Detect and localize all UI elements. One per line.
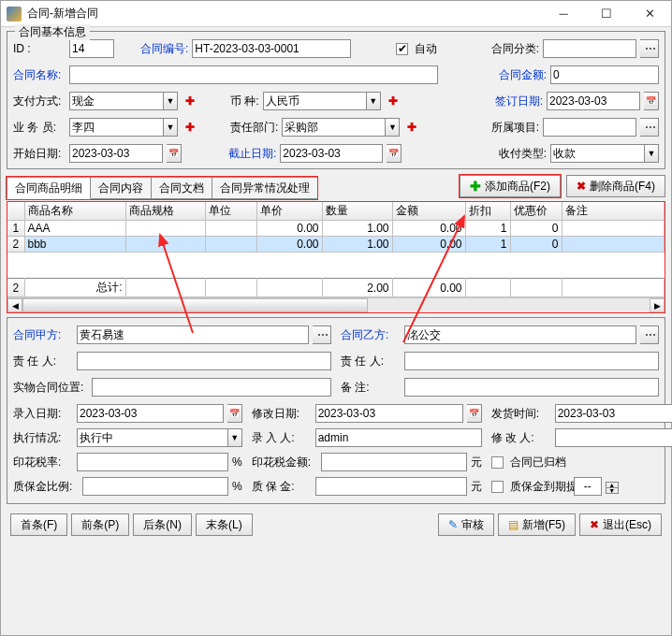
combo-dept[interactable]: ▼ bbox=[282, 118, 400, 137]
label-resp-b: 责 任 人: bbox=[341, 354, 401, 369]
spin-down-icon[interactable]: ▼ bbox=[606, 488, 619, 494]
product-grid[interactable]: 商品名称商品规格 单位单价 数量金额 折扣优惠价 备注 1AAA0.001.00… bbox=[7, 201, 665, 313]
label-deposit-rate: 质保金比例: bbox=[13, 479, 79, 495]
chevron-down-icon[interactable]: ▼ bbox=[644, 144, 659, 163]
maximize-button[interactable]: ☐ bbox=[585, 1, 628, 27]
combo-currency[interactable]: ▼ bbox=[263, 92, 381, 110]
label-start-date: 开始日期: bbox=[13, 146, 66, 162]
label-end-date: 截止日期: bbox=[228, 146, 276, 162]
label-sign-date: 签订日期: bbox=[495, 94, 543, 109]
audit-button[interactable]: ✎ 审核 bbox=[438, 513, 494, 536]
chevron-down-icon[interactable]: ▼ bbox=[163, 118, 178, 137]
label-modify-date: 修改日期: bbox=[252, 406, 312, 422]
input-entered-by[interactable] bbox=[315, 428, 482, 447]
delete-product-button[interactable]: ✖ 删除商品(F4) bbox=[566, 175, 665, 197]
exit-button[interactable]: ✖ 退出(Esc) bbox=[579, 513, 662, 536]
input-modified-by[interactable] bbox=[555, 428, 672, 447]
input-amount[interactable] bbox=[550, 65, 659, 84]
tab-product-detail[interactable]: 合同商品明细 bbox=[7, 177, 91, 199]
label-amount: 合同金额: bbox=[499, 67, 547, 83]
minimize-button[interactable]: ─ bbox=[542, 1, 585, 27]
input-deposit[interactable] bbox=[315, 477, 467, 496]
label-contract-no: 合同编号: bbox=[140, 41, 188, 57]
input-sign-date[interactable] bbox=[547, 92, 640, 110]
calendar-icon[interactable]: 📅 bbox=[387, 144, 402, 163]
checkbox-deposit-remind[interactable] bbox=[491, 481, 504, 493]
input-stamp-rate[interactable] bbox=[77, 453, 228, 471]
input-party-a[interactable] bbox=[77, 325, 309, 344]
grid-footer-row: 2 总计: 2.00 0.00 bbox=[7, 279, 665, 297]
add-dept-icon[interactable]: ✚ bbox=[405, 121, 418, 134]
combo-exec[interactable]: ▼ bbox=[77, 428, 242, 447]
input-name[interactable] bbox=[69, 65, 438, 84]
table-row[interactable]: 2bbb0.001.000.0010 bbox=[7, 237, 665, 253]
chevron-down-icon[interactable]: ▼ bbox=[366, 92, 381, 110]
input-project[interactable] bbox=[543, 118, 636, 137]
add-pay-method-icon[interactable]: ✚ bbox=[183, 94, 197, 108]
calendar-icon[interactable]: 📅 bbox=[644, 92, 659, 110]
label-modified-by: 修 改 人: bbox=[491, 430, 551, 446]
input-category[interactable] bbox=[543, 39, 636, 58]
first-button[interactable]: 首条(F) bbox=[10, 513, 67, 536]
combo-pay-method[interactable]: ▼ bbox=[69, 92, 178, 110]
input-start-date[interactable] bbox=[69, 144, 163, 163]
legend-basic-info: 合同基本信息 bbox=[15, 24, 90, 40]
label-stamp-rate: 印花税率: bbox=[13, 455, 73, 470]
label-staff: 业 务 员: bbox=[13, 120, 66, 136]
label-exec: 执行情况: bbox=[13, 430, 73, 446]
input-resp-a[interactable] bbox=[77, 352, 331, 370]
new-button[interactable]: ▤ 新增(F5) bbox=[498, 513, 576, 536]
lookup-project[interactable]: ⋯ bbox=[640, 118, 659, 137]
input-location[interactable] bbox=[92, 378, 331, 397]
exit-icon: ✖ bbox=[590, 518, 599, 531]
chevron-down-icon[interactable]: ▼ bbox=[227, 428, 242, 447]
lookup-party-b[interactable]: ⋯ bbox=[640, 325, 659, 344]
tab-content[interactable]: 合同内容 bbox=[90, 177, 152, 199]
add-product-button[interactable]: ✚ 添加商品(F2) bbox=[460, 175, 561, 197]
app-icon bbox=[7, 7, 22, 22]
input-deposit-remind[interactable] bbox=[574, 477, 602, 496]
input-id[interactable] bbox=[69, 39, 114, 58]
combo-paytype[interactable]: ▼ bbox=[550, 144, 659, 163]
input-end-date[interactable] bbox=[280, 144, 383, 163]
calendar-icon[interactable]: 📅 bbox=[167, 144, 182, 163]
combo-staff[interactable]: ▼ bbox=[69, 118, 178, 137]
input-party-b[interactable] bbox=[404, 325, 636, 344]
input-contract-no[interactable] bbox=[192, 39, 351, 58]
last-button[interactable]: 末条(L) bbox=[196, 513, 253, 536]
tab-exception[interactable]: 合同异常情况处理 bbox=[212, 177, 318, 199]
input-stamp-amount[interactable] bbox=[321, 453, 467, 471]
label-ship-date: 发货时间: bbox=[491, 406, 551, 422]
checkbox-archived[interactable] bbox=[491, 456, 504, 469]
add-currency-icon[interactable]: ✚ bbox=[387, 94, 400, 108]
input-entry-date[interactable] bbox=[77, 404, 224, 423]
label-resp-a: 责 任 人: bbox=[13, 354, 73, 369]
next-button[interactable]: 后条(N) bbox=[133, 513, 192, 536]
x-icon: ✖ bbox=[577, 180, 586, 193]
titlebar: 合同-新增合同 ─ ☐ ✕ bbox=[1, 1, 671, 27]
checkbox-auto[interactable]: ✔ bbox=[396, 43, 408, 55]
calendar-icon[interactable]: 📅 bbox=[227, 404, 242, 423]
input-resp-b[interactable] bbox=[404, 352, 659, 370]
input-modify-date[interactable] bbox=[315, 404, 463, 423]
footer: 首条(F) 前条(P) 后条(N) 末条(L) ✎ 审核 ▤ 新增(F5) ✖ … bbox=[1, 506, 671, 543]
close-button[interactable]: ✕ bbox=[628, 1, 671, 27]
input-remark[interactable] bbox=[404, 378, 659, 397]
lookup-party-a[interactable]: ⋯ bbox=[313, 325, 331, 344]
prev-button[interactable]: 前条(P) bbox=[71, 513, 129, 536]
scroll-right-icon[interactable]: ▶ bbox=[650, 298, 665, 312]
table-row[interactable]: 1AAA0.001.000.0010 bbox=[7, 221, 665, 237]
label-category: 合同分类: bbox=[491, 41, 539, 57]
label-deposit: 质 保 金: bbox=[252, 479, 312, 495]
tab-docs[interactable]: 合同文档 bbox=[151, 177, 212, 199]
input-deposit-rate[interactable] bbox=[82, 477, 228, 496]
add-staff-icon[interactable]: ✚ bbox=[183, 121, 197, 134]
new-icon: ▤ bbox=[508, 518, 519, 531]
calendar-icon[interactable]: 📅 bbox=[467, 404, 482, 423]
horizontal-scrollbar[interactable]: ◀ ▶ bbox=[7, 297, 665, 312]
chevron-down-icon[interactable]: ▼ bbox=[163, 92, 178, 110]
scroll-left-icon[interactable]: ◀ bbox=[7, 298, 22, 312]
lookup-category[interactable]: ⋯ bbox=[640, 39, 659, 58]
input-ship-date[interactable] bbox=[555, 404, 672, 423]
chevron-down-icon[interactable]: ▼ bbox=[385, 118, 400, 137]
